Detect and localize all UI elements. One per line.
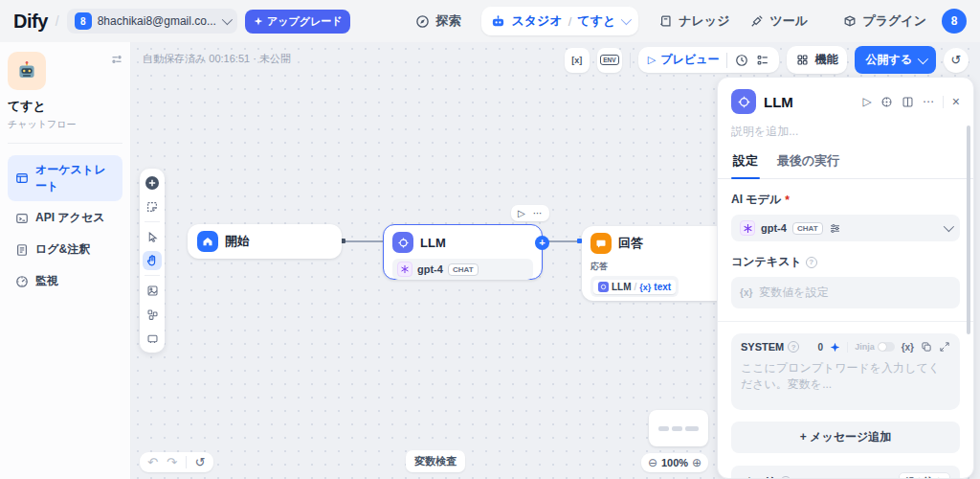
close-icon[interactable]: × (952, 94, 960, 109)
book-icon (659, 14, 673, 28)
ref-node-name: LLM (612, 282, 632, 292)
run-history-icon[interactable] (735, 54, 748, 67)
generate-prompt-icon[interactable] (830, 342, 840, 353)
document-icon (15, 243, 29, 257)
run-step-icon[interactable]: ▷ (863, 95, 872, 108)
variable-inspect-panel-button[interactable]: 変数検査 (406, 450, 465, 472)
publish-button[interactable]: 公開する (855, 46, 936, 74)
sidebar-item-monitoring[interactable]: 監視 (8, 266, 122, 296)
copy-icon[interactable] (921, 341, 932, 353)
app-title: てすと (8, 98, 122, 115)
dify-workflow-editor: Dify / 8 8hachikai8@gmail.co... アップグレード … (0, 0, 980, 479)
nav-studio[interactable]: スタジオ / てすと (481, 7, 638, 35)
nav-knowledge[interactable]: ナレッジ (659, 12, 729, 30)
preview-button[interactable]: ▷ プレビュー (648, 52, 720, 68)
chevron-down-icon (918, 53, 928, 63)
memory-section[interactable]: メモリ ? 組み込み (731, 466, 960, 479)
sidebar-item-orchestrate[interactable]: オーケストレート (8, 155, 122, 201)
redo-icon[interactable]: ↷ (167, 455, 177, 469)
export-image-button[interactable] (143, 281, 162, 300)
divider (726, 53, 727, 68)
sidebar-item-api-access[interactable]: API アクセス (8, 203, 122, 233)
zoom-in-icon[interactable]: ⊕ (692, 456, 702, 469)
more-actions-icon[interactable]: ⋯ (923, 95, 934, 108)
undo-icon[interactable]: ↶ (147, 455, 158, 469)
pointer-tool-button[interactable] (143, 227, 162, 246)
variable-inspect-button[interactable]: [x] (565, 48, 590, 73)
divider (186, 456, 187, 468)
checklist-icon[interactable] (756, 54, 769, 67)
app-sidebar: てすと チャットフロー オーケストレート API アクセス ログ&注釈 監視 (0, 42, 131, 479)
sidebar-toggle-icon[interactable] (111, 54, 122, 65)
model-selector[interactable]: gpt-4 CHAT (731, 215, 960, 241)
environment-variables-button[interactable]: ENV (597, 48, 622, 73)
llm-panel-icon (731, 89, 756, 114)
add-message-button[interactable]: + メッセージ追加 (731, 422, 960, 453)
memory-label: メモリ ? (741, 474, 899, 479)
description-input[interactable]: 説明を追加... (731, 124, 960, 140)
nav-tools[interactable]: ツール (750, 12, 808, 30)
model-params-icon[interactable] (829, 222, 841, 235)
image-icon (146, 285, 159, 297)
add-message-label: メッセージ追加 (810, 430, 891, 444)
focus-node-icon[interactable] (880, 96, 893, 108)
upgrade-button[interactable]: アップグレード (245, 10, 351, 34)
add-node-button[interactable] (143, 173, 162, 193)
system-prompt-editor[interactable]: ここにプロンプトワードを入力してください。変数を... (741, 360, 950, 402)
nav-plugins[interactable]: プラグイン (843, 12, 926, 30)
node-start[interactable]: 開始 (188, 224, 342, 259)
expand-icon[interactable] (939, 341, 950, 353)
system-prompt-block[interactable]: SYSTEM ? 0 Jinja {x} (731, 333, 960, 410)
panel-scrollbar[interactable] (967, 125, 970, 334)
jinja-toggle[interactable] (878, 342, 895, 352)
fit-view-button[interactable] (143, 329, 162, 348)
add-next-node-button[interactable]: + (535, 236, 549, 250)
features-button[interactable]: 機能 (787, 46, 847, 74)
variable-icon[interactable]: {x} (902, 342, 914, 353)
context-label-text: コンテキスト (731, 254, 802, 270)
nav-tools-label: ツール (769, 12, 808, 30)
more-actions-icon[interactable]: ⋯ (533, 208, 543, 218)
terminal-icon (15, 212, 29, 225)
tab-settings[interactable]: 設定 (731, 146, 760, 178)
hand-tool-button[interactable] (143, 251, 162, 270)
version-history-button[interactable]: ↺ (944, 48, 969, 73)
organize-nodes-button[interactable] (143, 305, 162, 324)
panel-header: LLM ▷ ⋯ × (731, 89, 960, 114)
app-icon[interactable] (8, 52, 46, 90)
minimap[interactable] (649, 410, 708, 446)
memory-builtin-badge: 組み込み (899, 472, 950, 479)
jinja-toggle-group: Jinja (855, 342, 895, 352)
answer-variable-chip[interactable]: LLM / {x} text (593, 280, 676, 294)
run-node-icon[interactable]: ▷ (518, 208, 525, 218)
sidebar-item-label: API アクセス (35, 210, 104, 226)
panel-node-title: LLM (764, 94, 856, 110)
nav-explore-label: 探索 (435, 12, 460, 30)
publish-label: 公開する (865, 52, 912, 68)
divider (943, 96, 944, 108)
sidebar-item-logs[interactable]: ログ&注釈 (8, 235, 122, 264)
zoom-level[interactable]: 100% (661, 457, 688, 468)
zoom-out-icon[interactable]: ⊖ (648, 456, 657, 469)
edge-start-to-llm[interactable] (342, 240, 383, 242)
node-llm[interactable]: LLM gpt-4 CHAT + (383, 224, 543, 280)
robot-icon (491, 14, 505, 29)
change-history-icon[interactable]: ↺ (195, 455, 206, 469)
variable-icon: {x} (639, 283, 651, 292)
context-variable-input[interactable]: {x} 変数値を設定 (731, 277, 960, 308)
model-section-label: AI モデル * (731, 192, 960, 208)
node-config-panel: LLM ▷ ⋯ × 説明を追加... 設定 最後の実行 AI モデル * (717, 77, 974, 479)
node-answer[interactable]: 回答 応答 LLM / {x} text (582, 226, 727, 301)
compass-icon (415, 14, 430, 29)
tab-last-run[interactable]: 最後の実行 (775, 146, 841, 178)
start-node-icon (197, 231, 218, 252)
user-avatar[interactable]: 8 (942, 9, 967, 34)
workspace-selector[interactable]: 8 8hachikai8@gmail.co... (67, 9, 237, 34)
nav-explore[interactable]: 探索 (415, 12, 460, 30)
add-note-button[interactable] (143, 197, 162, 217)
split-view-icon[interactable] (902, 96, 914, 108)
answer-node-icon (590, 233, 612, 254)
system-role-label: SYSTEM ? (741, 341, 813, 353)
canvas-tool-palette (140, 169, 165, 353)
divider (718, 321, 973, 322)
